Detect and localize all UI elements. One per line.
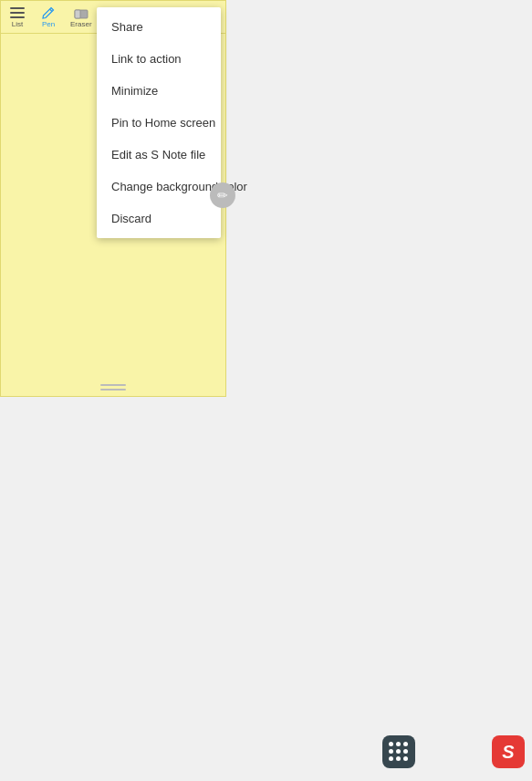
menu-item-change-bg-color[interactable]: Change background color <box>97 171 221 203</box>
grid-dot <box>389 742 393 746</box>
svg-rect-1 <box>10 12 25 14</box>
edit-circular-button[interactable]: ✏ <box>210 182 235 208</box>
svg-rect-0 <box>10 7 25 9</box>
grid-dot <box>403 756 408 761</box>
pen-icon <box>39 5 57 20</box>
note-drag-handle[interactable] <box>1 379 225 396</box>
toolbar-pen-label: Pen <box>42 20 55 28</box>
menu-item-share[interactable]: Share <box>97 11 221 43</box>
context-menu: Share Link to action Minimize Pin to Hom… <box>97 7 221 238</box>
grid-dot <box>389 749 393 754</box>
s-note-app-button[interactable]: S <box>492 735 525 768</box>
grid-dot <box>403 749 408 754</box>
app-grid-button[interactable] <box>382 735 415 768</box>
edit-pencil-icon: ✏ <box>217 188 228 203</box>
toolbar-item-list[interactable]: List <box>8 5 26 28</box>
toolbar-item-eraser[interactable]: Eraser <box>70 5 92 28</box>
grid-dot <box>396 749 401 754</box>
grid-dot <box>396 742 401 746</box>
handle-line-bottom <box>100 389 126 390</box>
menu-item-minimize[interactable]: Minimize <box>97 75 221 107</box>
menu-item-edit-as-snote[interactable]: Edit as S Note file <box>97 139 221 171</box>
grid-dot <box>396 756 401 761</box>
svg-rect-4 <box>75 10 80 18</box>
grid-dot <box>403 742 408 746</box>
toolbar-eraser-label: Eraser <box>70 20 92 28</box>
svg-rect-2 <box>10 16 25 18</box>
grid-dots-icon <box>389 742 409 762</box>
list-icon <box>8 5 26 20</box>
eraser-icon <box>72 5 90 20</box>
menu-item-discard[interactable]: Discard <box>97 203 221 234</box>
menu-item-pin-to-home[interactable]: Pin to Home screen <box>97 107 221 139</box>
menu-item-link-to-action[interactable]: Link to action <box>97 43 221 75</box>
handle-line-top <box>100 384 126 386</box>
toolbar-item-pen[interactable]: Pen <box>39 5 57 28</box>
grid-dot <box>389 756 393 761</box>
toolbar-list-label: List <box>12 20 23 28</box>
handle-lines <box>100 384 126 390</box>
s-icon: S <box>502 742 514 763</box>
